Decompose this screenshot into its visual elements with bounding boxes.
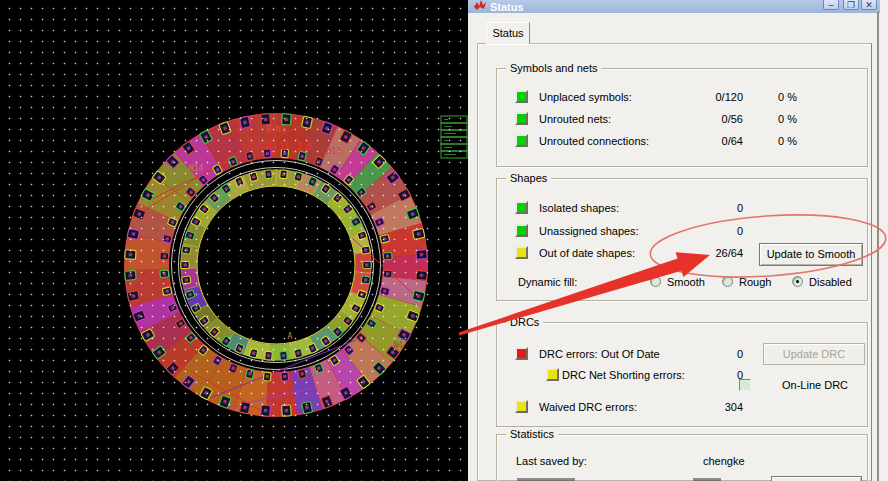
maximize-button[interactable]: ❐ <box>843 0 859 10</box>
group-title: DRCs <box>506 315 543 329</box>
status-led <box>515 400 528 413</box>
pcb-net-label: N14 <box>189 164 203 173</box>
status-led <box>515 347 528 360</box>
row-online-drc: On-Line DRC <box>497 378 867 392</box>
row-value: 0/120 <box>637 90 743 104</box>
status-led <box>515 246 528 259</box>
group-drcs: DRCs DRC errors: Out Of Date 0 Update DR… <box>496 322 868 427</box>
row-label: DRC errors: <box>539 347 598 361</box>
status-led <box>515 90 528 103</box>
group-title: Symbols and nets <box>506 61 601 75</box>
row-value: 304 <box>637 400 743 414</box>
status-led <box>515 112 528 125</box>
status-led <box>515 201 528 214</box>
screenshot-root: { "window": { "title": "Status", "contro… <box>0 0 888 481</box>
radio-smooth[interactable] <box>650 276 661 287</box>
pcb-net-label: R U 13 <box>265 138 312 153</box>
row-unassigned-shapes: Unassigned shapes: 0 <box>497 224 867 238</box>
row-waived-drc-errors: Waived DRC errors: 304 <box>497 400 867 414</box>
radio-label-rough[interactable]: Rough <box>739 275 771 289</box>
row-unrouted-connections: Unrouted connections: 0/64 0 % <box>497 134 867 148</box>
row-label: Unrouted connections: <box>539 134 649 148</box>
window-right-border <box>877 12 879 481</box>
row-label: Isolated shapes: <box>539 201 619 215</box>
tab-status[interactable]: Status <box>486 22 530 44</box>
row-label: Waived DRC errors: <box>539 400 637 414</box>
dialog-title: Status <box>490 0 524 14</box>
update-drc-button[interactable]: Update DRC <box>763 343 865 365</box>
row-value: 0/64 <box>637 134 743 148</box>
pcb-net-label: N4 <box>393 341 403 350</box>
group-title: Statistics <box>506 427 558 441</box>
radio-label-smooth[interactable]: Smooth <box>667 275 705 289</box>
row-last-saved-by: Last saved by: chengke <box>497 454 867 468</box>
online-drc-label[interactable]: On-Line DRC <box>782 378 848 392</box>
minimize-button[interactable]: – <box>823 0 839 10</box>
row-value: 0 <box>637 201 743 215</box>
row-label: Last saved by: <box>516 454 587 468</box>
row-percent: 0 % <box>778 134 797 148</box>
dialog-titlebar[interactable]: Status – ❐ ✕ <box>468 0 880 13</box>
dynamic-fill-label: Dynamic fill: <box>518 275 577 289</box>
status-led <box>515 224 528 237</box>
row-value: chengke <box>703 454 745 468</box>
clipped-button[interactable] <box>771 476 862 481</box>
row-dynamic-fill: Dynamic fill: Smooth Rough Disabled <box>497 275 867 289</box>
row-label: Unplaced symbols: <box>539 90 632 104</box>
pcb-design-canvas[interactable]: B N1R U 13N13N14N4A <box>0 0 468 481</box>
pcb-net-label: A <box>288 332 293 341</box>
close-button[interactable]: ✕ <box>861 0 877 10</box>
group-title: Shapes <box>506 171 551 185</box>
radio-disabled[interactable] <box>792 276 803 287</box>
pcb-net-label: N13 <box>327 147 341 156</box>
row-unrouted-nets: Unrouted nets: 0/56 0 % <box>497 112 867 126</box>
status-dialog: Status – ❐ ✕ Status Symbols and nets Unp… <box>468 0 888 481</box>
row-percent: 0 % <box>778 112 797 126</box>
group-symbols-and-nets: Symbols and nets Unplaced symbols: 0/120… <box>496 68 868 167</box>
radio-label-disabled[interactable]: Disabled <box>809 275 852 289</box>
row-isolated-shapes: Isolated shapes: 0 <box>497 201 867 215</box>
row-value: 0 <box>637 224 743 238</box>
radio-rough[interactable] <box>722 276 733 287</box>
row-label: Unassigned shapes: <box>539 224 639 238</box>
row-label: Out of date shapes: <box>539 246 635 260</box>
row-value: 0 <box>637 347 743 361</box>
row-value: 0/56 <box>637 112 743 126</box>
group-shapes: Shapes Isolated shapes: 0 Unassigned sha… <box>496 178 868 301</box>
row-value: 26/64 <box>637 246 743 260</box>
pcb-net-label: B N1 <box>266 125 285 134</box>
online-drc-checkbox[interactable] <box>739 379 751 391</box>
status-led <box>515 134 528 147</box>
update-to-smooth-button[interactable]: Update to Smooth <box>759 243 863 266</box>
row-percent: 0 % <box>778 90 797 104</box>
allegro-app-icon <box>473 0 487 12</box>
group-statistics: Statistics Last saved by: chengke <box>496 434 868 481</box>
row-label: Unrouted nets: <box>539 112 611 126</box>
pcb-ring-layout <box>0 0 468 481</box>
row-unplaced-symbols: Unplaced symbols: 0/120 0 % <box>497 90 867 104</box>
